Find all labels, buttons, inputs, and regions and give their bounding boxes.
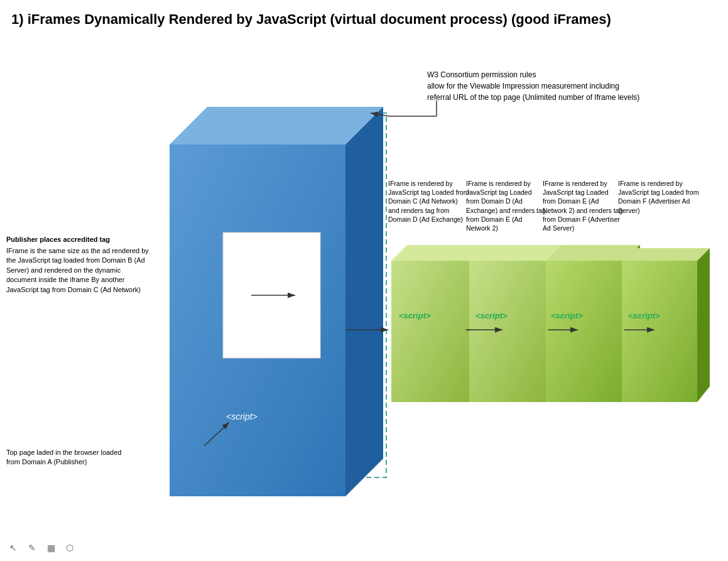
blue-script-tag: <script> xyxy=(226,411,258,422)
iframe-d-front xyxy=(469,261,548,402)
iframe-c-front xyxy=(391,261,471,402)
table-icon[interactable]: ▦ xyxy=(44,541,58,555)
iframe-f-front xyxy=(622,261,697,402)
label-e: IFrame is rendered by JavaScript tag Loa… xyxy=(543,179,623,267)
label-f: IFrame is rendered by JavaScript tag Loa… xyxy=(618,179,709,258)
iframe-f-right xyxy=(697,248,710,402)
iframe-e-front xyxy=(546,261,624,402)
script-d: <script> xyxy=(475,311,508,320)
label-c: IFrame is rendered by JavaScript tag Loa… xyxy=(388,179,470,261)
script-f: <script> xyxy=(628,311,660,320)
script-e: <script> xyxy=(551,311,583,320)
export-icon[interactable]: ⬡ xyxy=(63,541,77,555)
diagram: <script> <script> <script> <script> <scr… xyxy=(0,0,728,561)
label-d: IFrame is rendered by JavaScript tag Loa… xyxy=(466,179,546,261)
toolbar: ↖ ✎ ▦ ⬡ xyxy=(6,541,77,555)
cursor-icon[interactable]: ↖ xyxy=(6,541,20,555)
pencil-icon[interactable]: ✎ xyxy=(25,541,39,555)
blue-page-right xyxy=(345,107,383,496)
script-c: <script> xyxy=(399,311,431,320)
